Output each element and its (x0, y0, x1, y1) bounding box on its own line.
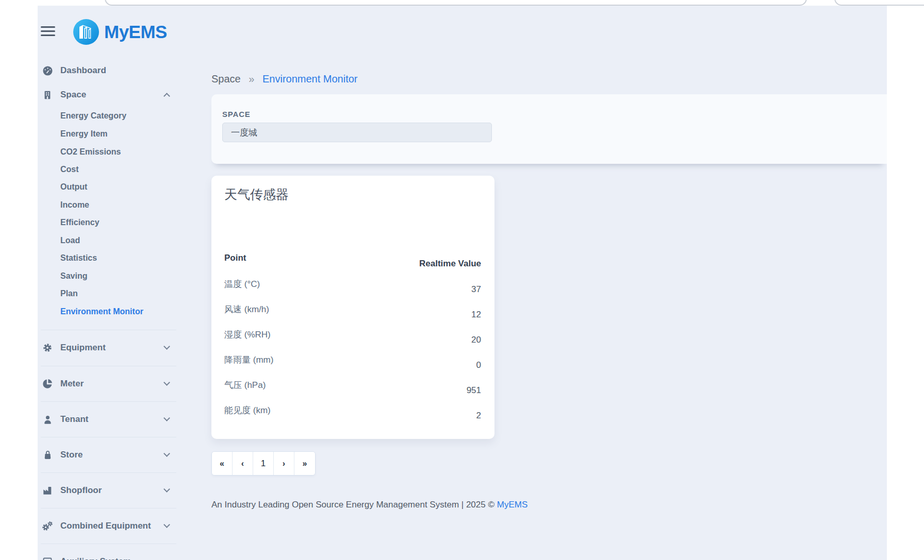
footer: An Industry Leading Open Source Energy M… (211, 500, 527, 510)
breadcrumb-parent[interactable]: Space (211, 73, 241, 84)
sidebar-group-label: Equipment (60, 343, 106, 353)
space-select-value: 一度城 (231, 127, 257, 139)
space-selector-heading: SPACE (222, 110, 251, 118)
app-window: MyEMS Dashboard (38, 6, 887, 560)
gear-icon (41, 343, 54, 353)
subitem-label: Energy Category (60, 111, 126, 121)
table-row: 能见度 (km) 2 (224, 404, 481, 430)
sidebar-subitem-co2-emissions[interactable]: CO2 Emissions (41, 143, 176, 161)
breadcrumb-current[interactable]: Environment Monitor (262, 73, 358, 84)
brand[interactable]: MyEMS (73, 18, 167, 46)
subitem-label: Income (60, 200, 89, 210)
table-row: 温度 (°C) 37 (224, 278, 481, 303)
breadcrumb: Space » Environment Monitor (211, 73, 358, 85)
chevron-up-icon (163, 93, 170, 99)
sidebar-divider (41, 544, 176, 544)
chevron-down-icon (163, 521, 170, 528)
sidebar-group-label: Meter (60, 379, 84, 389)
pagination-previous-button[interactable]: ‹ (233, 452, 253, 475)
subitem-label: Output (60, 182, 87, 192)
point-value: 20 (471, 335, 481, 345)
sidebar-group-auxiliary-system[interactable]: Auxiliary System (41, 553, 176, 560)
chevron-down-icon (163, 343, 170, 350)
point-label: 气压 (hPa) (224, 379, 266, 391)
space-select-dropdown[interactable]: 一度城 (222, 123, 492, 142)
chevron-down-icon (163, 415, 170, 421)
point-label: 温度 (°C) (224, 278, 260, 290)
subitem-label: Efficiency (60, 218, 100, 227)
footer-myems-link[interactable]: MyEMS (497, 500, 528, 510)
sidebar-subitem-energy-item[interactable]: Energy Item (41, 125, 176, 143)
column-header-point: Point (224, 253, 246, 263)
sidebar-item-dashboard[interactable]: Dashboard (41, 62, 176, 79)
sidebar-group-tenant[interactable]: Tenant (41, 411, 176, 428)
chevron-down-icon (163, 486, 170, 493)
subitem-label: Cost (60, 165, 79, 174)
sidebar-group-store[interactable]: Store (41, 446, 176, 464)
sidebar: MyEMS Dashboard (38, 6, 180, 560)
sidebar-subitem-load[interactable]: Load (41, 232, 176, 249)
point-label: 能见度 (km) (224, 404, 271, 416)
sidebar-subitem-efficiency[interactable]: Efficiency (41, 214, 176, 231)
sidebar-subitem-income[interactable]: Income (41, 196, 176, 214)
shopping-bag-icon (41, 450, 54, 460)
sidebar-divider (41, 330, 176, 330)
pagination: « ‹ 1 › » (211, 451, 316, 476)
pagination-last-button[interactable]: » (294, 452, 315, 475)
sidebar-group-label: Tenant (60, 414, 88, 425)
table-row: 降雨量 (mm) 0 (224, 354, 481, 379)
subitem-label: Load (60, 236, 80, 245)
sidebar-item-label: Dashboard (60, 65, 106, 76)
sidebar-divider (41, 437, 176, 437)
sidebar-group-equipment[interactable]: Equipment (41, 339, 176, 357)
pie-chart-icon (41, 379, 54, 389)
sidebar-subitem-environment-monitor[interactable]: Environment Monitor (41, 303, 176, 320)
sensor-card-title: 天气传感器 (224, 186, 289, 203)
point-value: 951 (467, 385, 481, 396)
point-value: 12 (471, 310, 481, 320)
pagination-first-button[interactable]: « (212, 452, 233, 475)
point-label: 风速 (km/h) (224, 303, 269, 315)
chevron-down-icon (163, 450, 170, 457)
sidebar-group-label: Store (60, 450, 82, 460)
sidebar-group-combined-equipment[interactable]: Combined Equipment (41, 517, 176, 535)
myems-logo-icon (73, 19, 100, 45)
sidebar-divider (41, 472, 176, 473)
hamburger-menu-icon[interactable] (41, 26, 55, 37)
pagination-next-button[interactable]: › (274, 452, 294, 475)
sensor-table-header: Point Realtime Value (224, 253, 481, 278)
sidebar-divider (41, 401, 176, 402)
monitor-icon (41, 556, 54, 560)
sidebar-group-space[interactable]: Space (41, 86, 176, 104)
point-value: 2 (476, 411, 481, 421)
subitem-label: Statistics (60, 253, 97, 263)
sidebar-subitem-statistics[interactable]: Statistics (41, 249, 176, 267)
sidebar-group-label: Combined Equipment (60, 521, 151, 531)
point-value: 0 (476, 360, 481, 370)
sidebar-group-label: Auxiliary System (60, 556, 131, 560)
factory-icon (41, 485, 54, 496)
sidebar-divider (41, 508, 176, 508)
table-row: 气压 (hPa) 951 (224, 379, 481, 404)
browser-address-bar (105, 0, 807, 6)
sidebar-subitem-output[interactable]: Output (41, 178, 176, 196)
pagination-page-1-button[interactable]: 1 (253, 452, 274, 475)
gears-icon (41, 521, 54, 531)
browser-toolbar-segment (834, 0, 924, 6)
sidebar-group-label: Shopfloor (60, 485, 102, 496)
sensor-table: Point Realtime Value 温度 (°C) 37 风速 (km/h… (224, 253, 481, 430)
subitem-label: Energy Item (60, 129, 108, 139)
sidebar-group-meter[interactable]: Meter (41, 375, 176, 393)
subitem-label: Saving (60, 271, 87, 281)
browser-chrome-strip (0, 0, 924, 6)
sidebar-subitem-energy-category[interactable]: Energy Category (41, 107, 176, 125)
table-row: 风速 (km/h) 12 (224, 303, 481, 329)
sidebar-divider (41, 366, 176, 366)
sidebar-group-shopfloor[interactable]: Shopfloor (41, 482, 176, 499)
sidebar-group-label: Space (60, 90, 86, 100)
subitem-label: Plan (60, 289, 78, 298)
sidebar-subitem-cost[interactable]: Cost (41, 161, 176, 178)
space-selector-card: SPACE 一度城 (211, 94, 887, 164)
sidebar-subitem-plan[interactable]: Plan (41, 285, 176, 302)
sidebar-subitem-saving[interactable]: Saving (41, 267, 176, 285)
